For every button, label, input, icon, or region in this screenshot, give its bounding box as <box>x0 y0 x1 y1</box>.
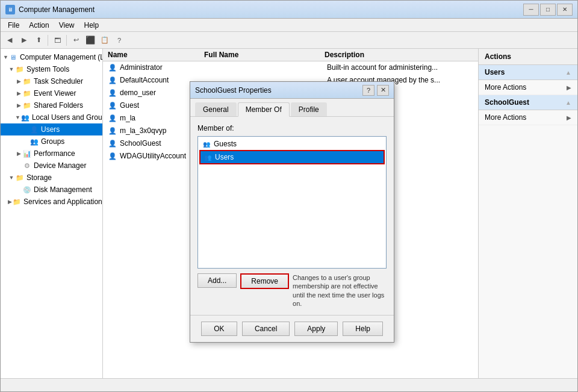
sidebar-item-device-manager[interactable]: ⚙ Device Manager <box>1 160 102 172</box>
up-button[interactable]: ⬆ <box>32 34 45 47</box>
maximize-button[interactable]: □ <box>540 4 556 16</box>
arrow-icon-schoolguest: ▶ <box>567 114 571 121</box>
user-icon-mla3x0: 👤 <box>108 126 117 135</box>
storage-icon: 📁 <box>15 173 25 182</box>
event-viewer-icon: 📁 <box>22 89 32 98</box>
performance-icon: 📊 <box>22 149 32 158</box>
sidebar-item-groups[interactable]: 👥 Groups <box>1 135 102 148</box>
actions-item-users-more[interactable]: More Actions ▶ <box>479 80 577 95</box>
actions-section-schoolguest-label: SchoolGuest <box>485 98 529 107</box>
add-button[interactable]: Add... <box>197 273 237 288</box>
tab-member-of[interactable]: Member Of <box>238 102 290 117</box>
member-list: 👥 Guests 👥 Users <box>197 136 387 269</box>
apply-button[interactable]: Apply <box>294 322 338 336</box>
properties-dialog: SchoolGuest Properties ? ✕ General Membe… <box>190 81 394 343</box>
shared-folders-icon: 📁 <box>22 101 32 110</box>
sidebar-item-performance[interactable]: ▶ 📊 Performance <box>1 148 102 160</box>
list-header: Name Full Name Description <box>103 49 478 61</box>
ok-button[interactable]: OK <box>201 322 237 336</box>
sidebar-item-services[interactable]: ▶ 📁 Services and Applications <box>1 196 102 208</box>
sidebar-item-shared-folders[interactable]: ▶ 📁 Shared Folders <box>1 99 102 111</box>
sidebar-label-storage: Storage <box>26 173 52 182</box>
disk-management-icon: 💿 <box>22 185 32 194</box>
separator-2 <box>66 35 67 46</box>
properties-button[interactable]: 📋 <box>98 34 111 47</box>
services-icon: 📁 <box>12 197 22 207</box>
dialog-help-button[interactable]: ? <box>362 85 374 96</box>
menubar: File Action View Help <box>1 19 577 32</box>
sidebar-label-services: Services and Applications <box>23 198 103 206</box>
menu-view[interactable]: View <box>54 20 79 31</box>
toggle-event-viewer[interactable]: ▶ <box>15 90 22 96</box>
close-button[interactable]: ✕ <box>557 4 573 16</box>
export-button[interactable]: ⬛ <box>84 34 97 47</box>
toggle-task-scheduler[interactable]: ▶ <box>15 78 22 84</box>
sidebar-label-system-tools: System Tools <box>26 65 69 73</box>
toggle-services[interactable]: ▶ <box>8 199 12 205</box>
actions-section-users[interactable]: Users ▲ <box>479 65 577 80</box>
back-button[interactable]: ◀ <box>3 34 16 47</box>
col-header-name: Name <box>108 51 204 59</box>
dialog-close-button[interactable]: ✕ <box>377 85 389 96</box>
user-icon-schoolguest: 👤 <box>108 138 117 148</box>
tab-profile[interactable]: Profile <box>291 102 327 116</box>
statusbar <box>1 378 577 391</box>
toggle-storage[interactable]: ▼ <box>8 175 15 181</box>
sidebar-item-users[interactable]: 👤 Users <box>1 123 102 135</box>
sidebar-item-storage[interactable]: ▼ 📁 Storage <box>1 172 102 184</box>
cancel-button[interactable]: Cancel <box>242 322 290 336</box>
member-item-users[interactable]: 👥 Users <box>199 150 385 164</box>
user-icon-demo-user: 👤 <box>108 88 117 98</box>
toggle-shared-folders[interactable]: ▶ <box>15 102 22 108</box>
list-row-administrator[interactable]: 👤 Administrator Built-in account for adm… <box>103 61 478 74</box>
dialog-title: SchoolGuest Properties <box>195 86 362 95</box>
sidebar-label-shared-folders: Shared Folders <box>34 101 83 110</box>
local-users-icon: 👥 <box>20 113 30 122</box>
member-label-users: Users <box>215 153 234 161</box>
help-toolbar-button[interactable]: ? <box>113 34 126 47</box>
chevron-up-icon-schoolguest: ▲ <box>565 99 571 106</box>
show-hide-button[interactable]: 🗔 <box>51 34 64 47</box>
actions-header: Actions <box>479 49 577 65</box>
dialog-tabs: General Member Of Profile <box>190 99 394 117</box>
dialog-footer: OK Cancel Apply Help <box>190 315 394 342</box>
menu-action[interactable]: Action <box>24 20 54 31</box>
sidebar-label-disk-management: Disk Management <box>34 185 92 194</box>
sidebar-item-disk-management[interactable]: 💿 Disk Management <box>1 184 102 196</box>
forward-button[interactable]: ▶ <box>17 34 31 47</box>
computer-icon: 🖥 <box>8 52 18 62</box>
toggle-local-users[interactable]: ▼ <box>15 114 20 120</box>
sidebar-item-root[interactable]: ▼ 🖥 Computer Management (Local <box>1 51 102 63</box>
toggle-performance[interactable]: ▶ <box>15 151 22 157</box>
menu-file[interactable]: File <box>3 20 24 31</box>
user-icon-mla: 👤 <box>108 113 117 123</box>
sidebar-item-task-scheduler[interactable]: ▶ 📁 Task Scheduler <box>1 75 102 87</box>
menu-help[interactable]: Help <box>79 20 104 31</box>
member-item-guests[interactable]: 👥 Guests <box>199 138 385 150</box>
user-icon-wdagutility: 👤 <box>108 151 117 161</box>
actions-section-users-label: Users <box>485 68 505 76</box>
toggle-system-tools[interactable]: ▼ <box>8 66 15 72</box>
window-title: Computer Management <box>19 5 523 14</box>
refresh-button[interactable]: ↩ <box>69 34 82 47</box>
sidebar-item-event-viewer[interactable]: ▶ 📁 Event Viewer <box>1 87 102 99</box>
sidebar-label-groups: Groups <box>41 137 64 146</box>
help-footer-button[interactable]: Help <box>343 322 383 336</box>
actions-section-schoolguest[interactable]: SchoolGuest ▲ <box>479 95 577 110</box>
chevron-up-icon-users: ▲ <box>565 69 571 76</box>
sidebar: ▼ 🖥 Computer Management (Local ▼ 📁 Syste… <box>1 49 103 378</box>
user-icon-administrator: 👤 <box>108 63 117 72</box>
window-controls: ─ □ ✕ <box>523 4 573 16</box>
minimize-button[interactable]: ─ <box>523 4 539 16</box>
groups-icon: 👥 <box>30 137 39 146</box>
user-icon-defaultaccount: 👤 <box>108 75 117 85</box>
actions-item-users-more-label: More Actions <box>485 83 526 92</box>
tab-general[interactable]: General <box>195 102 237 116</box>
sidebar-item-local-users[interactable]: ▼ 👥 Local Users and Groups <box>1 111 102 123</box>
sidebar-item-system-tools[interactable]: ▼ 📁 System Tools <box>1 63 102 75</box>
toggle-root[interactable]: ▼ <box>3 54 8 60</box>
remove-button[interactable]: Remove <box>240 273 289 289</box>
group-icon-guests: 👥 <box>202 139 211 149</box>
users-icon: 👤 <box>30 125 39 134</box>
actions-item-schoolguest-more[interactable]: More Actions ▶ <box>479 110 577 125</box>
